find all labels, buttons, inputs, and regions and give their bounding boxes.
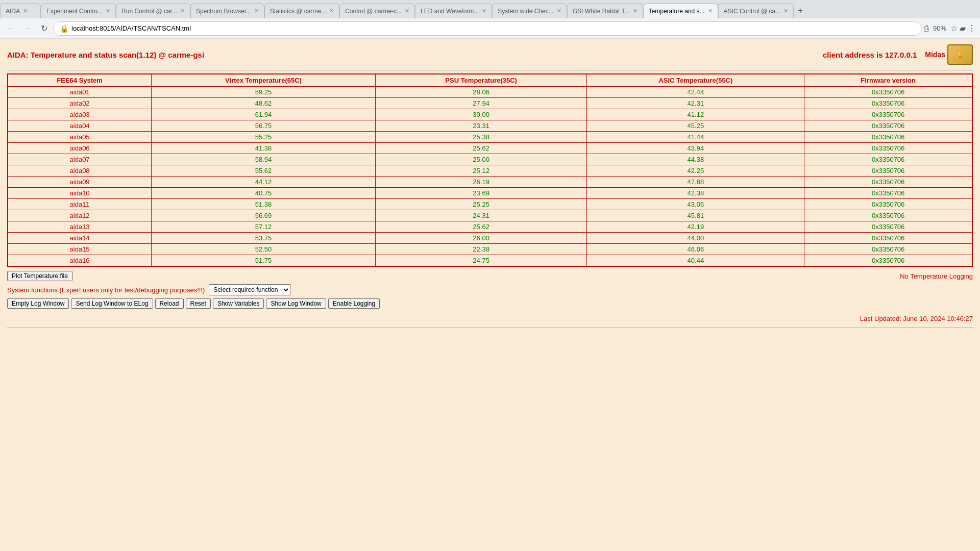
col-header-firmware: Firmware version: [804, 74, 972, 87]
cell-virtex: 53.75: [152, 233, 376, 244]
address-input[interactable]: [71, 24, 915, 32]
tab-aida[interactable]: AIDA ✕: [0, 3, 41, 18]
col-header-system: FEE64 System: [8, 74, 152, 87]
cell-asic: 42.31: [587, 98, 804, 109]
midas-logo-text: Midas: [925, 51, 945, 59]
cell-psu: 25.12: [375, 165, 587, 177]
system-functions-label: System functions (Expert users only for …: [7, 286, 205, 294]
cell-firmware: 0x3350706: [804, 120, 972, 132]
plot-temperature-button[interactable]: Plot Temperature file: [7, 271, 72, 281]
tab-close-icon[interactable]: ✕: [329, 8, 334, 14]
show-log-button[interactable]: Show Log Window: [266, 298, 326, 309]
tab-experiment-control[interactable]: Experiment Contro... ✕: [41, 3, 116, 18]
cell-asic: 45.25: [587, 120, 804, 132]
cell-asic: 42.25: [587, 165, 804, 177]
empty-log-button[interactable]: Empty Log Window: [7, 298, 69, 309]
tab-statistics[interactable]: Statistics @ carme... ✕: [264, 3, 339, 18]
action-buttons-row: Empty Log Window Send Log Window to ELog…: [7, 298, 973, 309]
table-row: aida1453.7526.0044.000x3350706: [8, 233, 972, 244]
cell-virtex: 52.50: [152, 244, 376, 255]
cell-virtex: 55.62: [152, 165, 376, 177]
cell-system: aida11: [8, 199, 152, 210]
cell-asic: 47.88: [587, 177, 804, 188]
cell-virtex: 58.94: [152, 154, 376, 165]
cell-firmware: 0x3350706: [804, 154, 972, 165]
new-tab-button[interactable]: +: [794, 3, 806, 18]
cell-system: aida01: [8, 87, 152, 98]
cell-virtex: 57.12: [152, 221, 376, 233]
table-row: aida0555.2525.3841.440x3350706: [8, 132, 972, 143]
reset-button[interactable]: Reset: [186, 298, 211, 309]
tab-asic-control[interactable]: ASIC Control @ ca... ✕: [718, 3, 794, 18]
cell-firmware: 0x3350706: [804, 165, 972, 177]
cell-virtex: 56.69: [152, 210, 376, 221]
cell-psu: 25.38: [375, 132, 587, 143]
cell-asic: 46.06: [587, 244, 804, 255]
cell-virtex: 55.25: [152, 132, 376, 143]
cell-firmware: 0x3350706: [804, 132, 972, 143]
enable-logging-button[interactable]: Enable Logging: [328, 298, 380, 309]
cell-asic: 41.44: [587, 132, 804, 143]
table-row: aida1151.3825.2543.060x3350706: [8, 199, 972, 210]
page-content: AIDA: Temperature and status scan(1.12) …: [0, 39, 980, 333]
show-variables-button[interactable]: Show Variables: [213, 298, 264, 309]
last-updated-row: Last Updated: June 10, 2024 10:46:27: [7, 315, 973, 322]
tab-close-icon[interactable]: ✕: [23, 8, 28, 14]
function-select[interactable]: Select required function: [209, 284, 290, 295]
extensions-icon[interactable]: ▰: [960, 23, 966, 33]
table-row: aida0855.6225.1242.250x3350706: [8, 165, 972, 177]
tab-spectrum-browser[interactable]: Spectrum Browser... ✕: [190, 3, 264, 18]
cell-asic: 40.44: [587, 255, 804, 267]
tab-close-icon[interactable]: ✕: [106, 8, 110, 14]
cell-firmware: 0x3350706: [804, 255, 972, 267]
back-button[interactable]: ←: [4, 21, 18, 36]
cell-system: aida02: [8, 98, 152, 109]
tab-gsi-white-rabbit[interactable]: GSI White Rabbit T... ✕: [567, 3, 643, 18]
cell-asic: 43.06: [587, 199, 804, 210]
col-header-psu: PSU Temperature(35C): [375, 74, 587, 87]
midas-logo-box: 🏆: [947, 44, 973, 65]
cell-virtex: 40.75: [152, 188, 376, 199]
cell-psu: 25.62: [375, 143, 587, 154]
cell-virtex: 48.62: [152, 98, 376, 109]
tab-system-wide[interactable]: System wide Chec... ✕: [492, 3, 567, 18]
tab-close-icon[interactable]: ✕: [254, 8, 259, 14]
cell-psu: 22.38: [375, 244, 587, 255]
temperature-table: FEE64 System Virtex Temperature(65C) PSU…: [7, 73, 973, 267]
cell-system: aida04: [8, 120, 152, 132]
cell-virtex: 56.75: [152, 120, 376, 132]
download-icon[interactable]: ⎙: [924, 24, 929, 33]
reload-page-button[interactable]: Reload: [155, 298, 184, 309]
tab-close-icon[interactable]: ✕: [783, 8, 788, 14]
forward-button[interactable]: →: [20, 21, 35, 36]
table-header-row: FEE64 System Virtex Temperature(65C) PSU…: [8, 74, 972, 87]
tab-control[interactable]: Control @ carme-c... ✕: [339, 3, 415, 18]
no-logging-message: No Temperature Logging: [900, 272, 973, 280]
tab-close-icon[interactable]: ✕: [180, 8, 185, 14]
reload-button[interactable]: ↻: [37, 21, 51, 36]
logo-icon: 🏆: [957, 52, 963, 58]
table-row: aida0456.7523.3145.250x3350706: [8, 120, 972, 132]
tab-close-icon[interactable]: ✕: [708, 8, 713, 14]
cell-psu: 26.00: [375, 233, 587, 244]
table-row: aida0248.6227.9442.310x3350706: [8, 98, 972, 109]
tab-run-control[interactable]: Run Control @ car... ✕: [116, 3, 190, 18]
table-row: aida0758.9425.0044.380x3350706: [8, 154, 972, 165]
tab-close-icon[interactable]: ✕: [557, 8, 561, 14]
cell-system: aida15: [8, 244, 152, 255]
cell-firmware: 0x3350706: [804, 98, 972, 109]
tab-led-waveform[interactable]: LED and Waveform... ✕: [415, 3, 492, 18]
tab-close-icon[interactable]: ✕: [633, 8, 638, 14]
menu-icon[interactable]: ⋮: [968, 23, 976, 33]
tab-close-icon[interactable]: ✕: [405, 8, 409, 14]
logo-area: Midas 🏆: [923, 44, 973, 65]
bookmark-icon[interactable]: ☆: [950, 23, 958, 33]
table-row: aida0944.1226.1947.880x3350706: [8, 177, 972, 188]
cell-psu: 25.25: [375, 199, 587, 210]
address-bar[interactable]: 🔒: [53, 21, 922, 36]
send-log-button[interactable]: Send Log Window to ELog: [71, 298, 153, 309]
cell-system: aida14: [8, 233, 152, 244]
tab-close-icon[interactable]: ✕: [482, 8, 486, 14]
cell-asic: 42.44: [587, 87, 804, 98]
tab-temperature[interactable]: Temperature and s... ✕: [643, 3, 718, 18]
